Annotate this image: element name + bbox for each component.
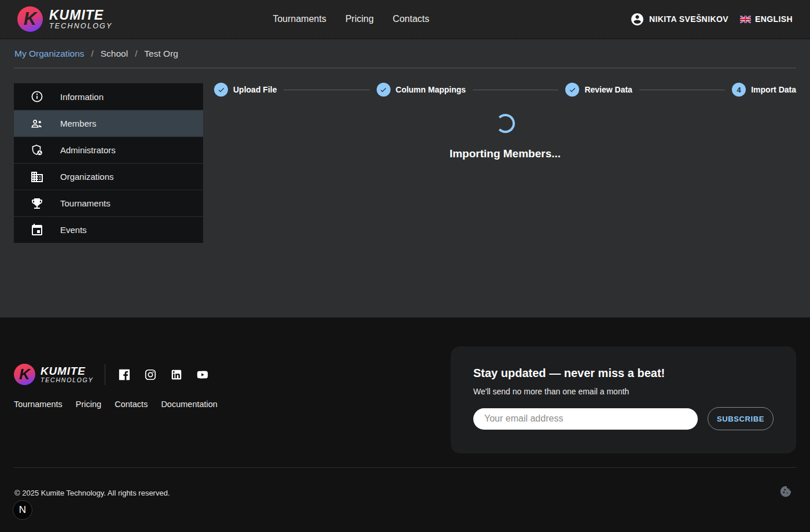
sidebar-item-information[interactable]: Information <box>14 83 203 110</box>
import-loading: Importing Members... <box>214 114 796 160</box>
step-label: Review Data <box>584 85 632 94</box>
sidebar-item-members[interactable]: Members <box>14 110 203 136</box>
footer-kumite-logo-icon[interactable]: K <box>14 364 35 385</box>
breadcrumb-my-organizations[interactable]: My Organizations <box>14 49 84 59</box>
brand-home-link[interactable]: K KUMITE TECHNOLOGY <box>17 6 113 32</box>
step-column-mappings: Column Mappings <box>377 83 466 97</box>
organization-icon <box>30 170 44 184</box>
copyright-text: © 2025 Kumite Technology. All rights res… <box>14 489 170 497</box>
sidebar-item-label: Members <box>60 119 97 128</box>
instagram-icon[interactable] <box>144 368 157 381</box>
facebook-icon[interactable] <box>118 368 131 381</box>
uk-flag-icon <box>740 16 751 23</box>
sidebar-item-administrators[interactable]: Administrators <box>14 136 203 163</box>
step-completed-check-icon <box>377 83 391 97</box>
breadcrumb: My Organizations / School / Test Org <box>0 39 810 68</box>
sidebar-item-organizations[interactable]: Organizations <box>14 163 203 190</box>
step-review-data: Review Data <box>565 83 632 97</box>
loading-spinner-icon <box>496 114 515 133</box>
loading-status-text: Importing Members... <box>450 147 561 160</box>
footer-brand-name: KUMITE <box>41 365 94 377</box>
nextjs-dev-badge[interactable]: N <box>13 500 32 520</box>
newsletter-subtitle: We'll send no more than one email a mont… <box>473 387 774 396</box>
sidebar-item-events[interactable]: Events <box>14 216 203 243</box>
sidebar-item-tournaments[interactable]: Tournaments <box>14 190 203 216</box>
newsletter-email-input[interactable] <box>473 408 698 430</box>
top-navbar: K KUMITE TECHNOLOGY Tournaments Pricing … <box>0 0 810 39</box>
trophy-icon <box>30 197 44 210</box>
sidebar-item-label: Tournaments <box>60 198 111 208</box>
breadcrumb-separator: / <box>91 49 94 58</box>
nav-link-contacts[interactable]: Contacts <box>393 14 429 24</box>
sidebar-item-label: Organizations <box>60 172 114 182</box>
language-selector[interactable]: ENGLISH <box>755 14 793 24</box>
step-upload-file: Upload File <box>214 83 277 97</box>
sidebar-item-label: Events <box>60 225 87 235</box>
footer-left: K KUMITE TECHNOLOGY <box>14 364 218 409</box>
brand-text: KUMITE TECHNOLOGY <box>49 8 113 30</box>
footer-brand-text: KUMITE TECHNOLOGY <box>41 365 94 384</box>
step-label: Upload File <box>233 85 277 94</box>
user-area: NIKITA SVEŠNIKOV ENGLISH <box>630 12 793 27</box>
newsletter-title: Stay updated — never miss a beat! <box>473 367 774 380</box>
step-connector <box>473 90 558 90</box>
nav-link-tournaments[interactable]: Tournaments <box>273 14 326 24</box>
footer-divider <box>14 467 796 468</box>
step-completed-check-icon <box>565 83 579 97</box>
members-icon <box>30 117 44 131</box>
step-completed-check-icon <box>214 83 228 97</box>
breadcrumb-school: School <box>101 49 128 59</box>
step-connector <box>639 90 725 90</box>
footer-link-pricing[interactable]: Pricing <box>76 400 101 409</box>
cookie-settings-icon[interactable] <box>779 485 792 498</box>
footer-logo-letter: K <box>19 367 30 382</box>
step-import-data: 4 Import Data <box>732 83 796 97</box>
admin-shield-icon <box>30 143 44 157</box>
step-number-badge: 4 <box>732 83 746 97</box>
info-icon <box>30 90 44 104</box>
org-sidebar: Information Members Administrators Organ… <box>14 83 203 317</box>
footer-nav-links: Tournaments Pricing Contacts Documentati… <box>14 400 218 409</box>
logo-letter: K <box>24 10 36 28</box>
brand-name: KUMITE <box>49 8 113 22</box>
footer-link-tournaments[interactable]: Tournaments <box>14 400 62 409</box>
calendar-icon <box>30 223 44 237</box>
main-content: Information Members Administrators Organ… <box>0 68 810 317</box>
breadcrumb-test-org: Test Org <box>144 49 178 59</box>
nav-link-pricing[interactable]: Pricing <box>345 14 374 24</box>
brand-subtitle: TECHNOLOGY <box>49 22 113 30</box>
user-name[interactable]: NIKITA SVEŠNIKOV <box>649 14 728 24</box>
kumite-logo-icon: K <box>17 6 43 32</box>
footer-brand-subtitle: TECHNOLOGY <box>41 376 94 383</box>
step-label: Column Mappings <box>396 85 466 94</box>
footer-vertical-divider <box>105 364 105 385</box>
breadcrumb-separator: / <box>135 49 137 58</box>
import-wizard: Upload File Column Mappings Review Data … <box>214 68 796 317</box>
footer-social-links <box>118 368 209 381</box>
n-badge-letter: N <box>19 504 26 516</box>
sidebar-item-label: Administrators <box>60 145 116 155</box>
step-label: Import Data <box>751 85 796 94</box>
newsletter-card: Stay updated — never miss a beat! We'll … <box>451 346 796 453</box>
youtube-icon[interactable] <box>196 368 209 381</box>
main-nav: Tournaments Pricing Contacts <box>273 14 429 24</box>
account-circle-icon[interactable] <box>630 12 645 27</box>
footer-link-documentation[interactable]: Documentation <box>161 400 218 409</box>
page-footer: K KUMITE TECHNOLOGY <box>0 317 810 532</box>
import-stepper: Upload File Column Mappings Review Data … <box>214 83 796 97</box>
sidebar-item-label: Information <box>60 92 104 102</box>
footer-link-contacts[interactable]: Contacts <box>115 400 148 409</box>
linkedin-icon[interactable] <box>170 368 183 381</box>
step-connector <box>284 90 369 90</box>
subscribe-button[interactable]: SUBSCRIBE <box>708 407 774 430</box>
